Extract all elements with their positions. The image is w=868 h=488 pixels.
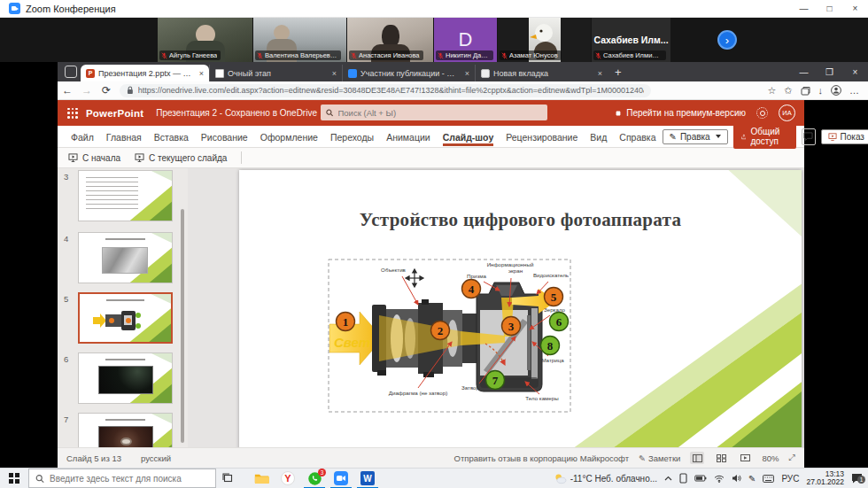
forward-button[interactable]: → — [77, 84, 97, 97]
ribbon-tab-draw[interactable]: Рисование — [195, 128, 254, 146]
fit-to-window-icon[interactable]: ⤢ — [788, 453, 795, 463]
present-button[interactable]: Показ — [821, 129, 868, 144]
action-center-icon[interactable]: 1 — [851, 473, 863, 484]
ppt-search-input[interactable] — [338, 108, 543, 118]
ribbon-tab-review[interactable]: Рецензирование — [500, 128, 584, 146]
editing-mode-button[interactable]: ✎ Правка — [663, 129, 728, 144]
ribbon-tab-view[interactable]: Вид — [584, 128, 613, 146]
app-launcher-icon[interactable] — [67, 108, 78, 119]
language-indicator[interactable]: русский — [141, 453, 171, 463]
normal-view-button[interactable] — [690, 452, 704, 464]
label-diaphragm: Диафрагма (не затвор) — [389, 390, 448, 396]
tab-close-icon[interactable]: × — [463, 69, 469, 78]
from-beginning-button[interactable]: С начала — [68, 153, 120, 163]
comments-button[interactable] — [802, 128, 815, 145]
url-input[interactable] — [138, 86, 644, 95]
ribbon-tab-transitions[interactable]: Переходы — [324, 128, 380, 146]
address-field[interactable] — [120, 84, 651, 97]
wifi-icon[interactable] — [714, 475, 725, 483]
share-button[interactable]: Общий доступ — [733, 124, 797, 149]
ribbon-tab-insert[interactable]: Вставка — [148, 128, 195, 146]
show-hidden-icons-chevron[interactable] — [664, 476, 672, 481]
touch-keyboard-icon[interactable] — [763, 475, 774, 483]
powerpoint-web-app: PowerPoint Презентация 2 - Сохранено в O… — [58, 100, 804, 468]
document-title[interactable]: Презентация 2 - Сохранено в OneDrive — [156, 108, 328, 118]
pen-icon[interactable]: ✎ — [748, 474, 756, 484]
zoom-app-icon[interactable] — [328, 469, 354, 488]
task-view-button[interactable] — [216, 473, 239, 484]
word-icon[interactable]: W — [354, 469, 381, 488]
thumbnail-slide-7[interactable]: 7 — [58, 413, 188, 447]
yandex-browser-icon[interactable]: Y — [275, 469, 301, 488]
downloads-icon[interactable]: ↓ — [818, 85, 824, 96]
browser-tab-new[interactable]: Новая вкладка × — [475, 65, 608, 81]
browser-restore-button[interactable]: ❐ — [817, 62, 842, 81]
taskbar-search-input[interactable] — [50, 474, 209, 484]
ribbon-tab-home[interactable]: Главная — [100, 128, 148, 146]
thumbnail-slide-3[interactable]: 3 — [58, 170, 188, 223]
participant-tile-1[interactable]: Айгуль Ганеева — [158, 18, 252, 62]
browser-minimize-button[interactable]: — — [791, 62, 817, 81]
presentation-icon — [828, 133, 837, 141]
reload-button[interactable]: ⟳ — [97, 84, 116, 97]
browser-tab-zoom[interactable]: Участник публикации - Zoom × — [342, 65, 475, 81]
favorites-icon[interactable]: ☆ — [767, 85, 776, 97]
slide-title[interactable]: Устройство цифрового фотоаппарата — [239, 209, 802, 231]
ribbon-tab-animations[interactable]: Анимации — [380, 128, 436, 146]
start-button[interactable] — [0, 469, 28, 488]
slide-sorter-view-button[interactable] — [714, 452, 728, 464]
ribbon-tab-slideshow[interactable]: Слайд-шоу — [437, 128, 500, 146]
zoom-minimize-button[interactable]: — — [791, 0, 817, 17]
tab-close-icon[interactable]: × — [596, 69, 602, 78]
ribbon-tab-help[interactable]: Справка — [613, 128, 662, 146]
participant-tile-3[interactable]: Анастасия Иванова — [347, 18, 433, 62]
tab-close-icon[interactable]: × — [198, 69, 204, 78]
next-participants-button[interactable]: › — [717, 30, 737, 50]
notes-toggle[interactable]: ✎Заметки — [639, 453, 680, 463]
tab-close-icon[interactable]: × — [330, 69, 337, 78]
camera-diagram-image[interactable]: 1 2 3 4 5 6 7 8 Свет Объектив Призма Инф… — [328, 259, 571, 413]
volume-icon[interactable] — [732, 474, 741, 483]
participant-tile-5[interactable]: Азамат Юнусов — [498, 18, 591, 62]
new-tab-button[interactable]: + — [615, 66, 622, 79]
battery-icon[interactable] — [694, 475, 707, 482]
weather-widget[interactable]: -11°C Неб. облачно... — [554, 473, 657, 484]
feedback-link[interactable]: Отправить отзыв в корпорацию Майкрософт — [454, 453, 630, 463]
play-presentation-icon — [68, 153, 78, 162]
zoom-level[interactable]: 80% — [762, 453, 779, 463]
device-status-icon[interactable] — [679, 473, 687, 484]
file-explorer-icon[interactable] — [248, 469, 275, 488]
zoom-close-button[interactable]: × — [842, 0, 868, 17]
taskbar-search-box[interactable] — [28, 469, 216, 488]
participant-tile-2[interactable]: Валентина Валерьевна А... — [253, 18, 346, 62]
from-current-slide-button[interactable]: С текущего слайда — [135, 153, 227, 163]
toolbar-divider — [241, 151, 242, 164]
browser-close-button[interactable]: × — [842, 62, 868, 81]
tab-search-icon[interactable] — [65, 66, 77, 78]
collections-icon[interactable] — [801, 86, 810, 96]
diagram-number-7: 7 — [492, 374, 499, 387]
account-avatar[interactable]: ИА — [779, 105, 795, 121]
profile-icon[interactable] — [831, 85, 841, 96]
slideshow-view-button[interactable] — [738, 452, 752, 464]
thumbnail-slide-4[interactable]: 4 — [58, 232, 188, 285]
zoom-maximize-button[interactable]: □ — [817, 0, 842, 17]
thumbnail-slide-5-selected[interactable]: 5 — [58, 292, 188, 345]
browser-tab-ochny-etap[interactable]: Очный этап × — [209, 65, 342, 81]
whatsapp-icon[interactable]: 3 — [301, 469, 328, 488]
ribbon-tab-file[interactable]: Файл — [65, 128, 100, 146]
browser-tab-presentation[interactable]: P Презентация 2.pptx — Microso × — [81, 65, 209, 81]
ppt-search-box[interactable] — [321, 105, 547, 120]
add-favorite-icon[interactable]: ✩ — [784, 85, 792, 97]
settings-gear-icon[interactable] — [756, 107, 768, 119]
keyboard-language[interactable]: РУС — [781, 474, 799, 484]
taskbar-clock[interactable]: 13:13 27.01.2022 — [806, 470, 844, 487]
premium-upgrade-link[interactable]: Перейти на премиум-версию — [615, 108, 746, 118]
ribbon-tab-design[interactable]: Оформление — [254, 128, 324, 146]
back-button[interactable]: ← — [58, 84, 77, 97]
thumbnail-slide-6[interactable]: 6 — [58, 352, 188, 406]
participant-tile-6[interactable]: Сахабиев Илм... Сахабиев Илмир Ахм... — [592, 18, 670, 62]
participant-tile-4[interactable]: D Никитин Данил — [434, 18, 497, 62]
thumbnail-scrollbar[interactable] — [181, 209, 184, 443]
browser-menu-icon[interactable]: … — [849, 85, 859, 96]
